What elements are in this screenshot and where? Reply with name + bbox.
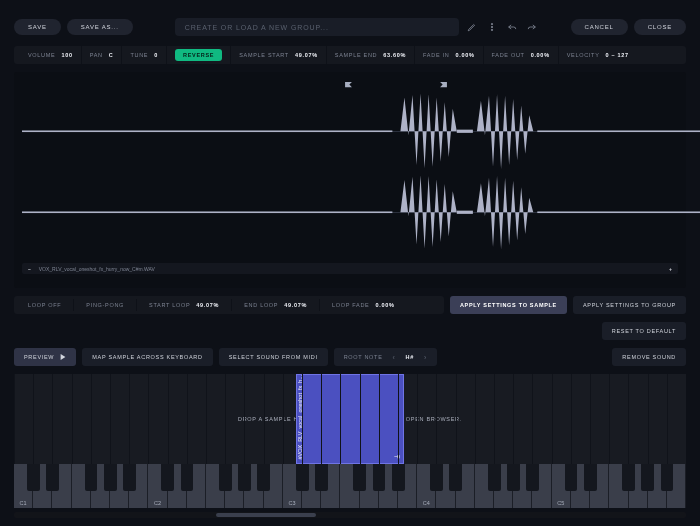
param-tune[interactable]: TUNE0 — [122, 46, 167, 64]
end-flag[interactable] — [439, 82, 448, 95]
waveform-display[interactable]: – VOX_RLV_vocal_oneshot_fx_hurry_now_C#m… — [14, 72, 686, 288]
more-icon[interactable] — [485, 20, 499, 34]
preview-button[interactable]: PREVIEW — [14, 348, 76, 366]
svg-marker-10 — [400, 175, 456, 248]
loop-off-button[interactable]: LOOP OFF — [22, 296, 67, 314]
sample-block[interactable]: #VOX_RLV_vocal_oneshot_fx_h... ⇥ — [296, 374, 404, 464]
param-sample-start[interactable]: SAMPLE START49.07% — [231, 46, 327, 64]
black-key[interactable] — [392, 464, 405, 491]
chevron-left-icon[interactable]: ‹ — [393, 354, 396, 361]
black-key[interactable] — [238, 464, 251, 491]
apply-to-group-button[interactable]: APPLY SETTINGS TO GROUP — [573, 296, 686, 314]
svg-marker-5 — [400, 93, 456, 168]
svg-rect-8 — [22, 211, 392, 213]
play-icon — [60, 354, 66, 360]
black-key[interactable] — [296, 464, 309, 491]
black-key[interactable] — [353, 464, 366, 491]
octave-label: C4 — [423, 500, 430, 506]
waveform-filename: VOX_RLV_vocal_oneshot_fx_hurry_now_C#m.W… — [39, 266, 155, 272]
redo-icon[interactable] — [525, 20, 539, 34]
zoom-out-icon[interactable]: – — [28, 266, 31, 272]
map-keyboard-button[interactable]: MAP SAMPLE ACROSS KEYBOARD — [82, 348, 212, 366]
param-sample-end[interactable]: SAMPLE END63.60% — [327, 46, 415, 64]
octave-label: C2 — [154, 500, 161, 506]
piano-keys[interactable]: C1C2C3C4C5 — [14, 464, 686, 508]
sample-drop-zone[interactable]: DROP A SAMPLE HERE OR PRESS RIGHT CLICK … — [14, 374, 686, 464]
end-loop-param[interactable]: END LOOP49.07% — [238, 296, 313, 314]
black-key[interactable] — [430, 464, 443, 491]
black-key[interactable] — [565, 464, 578, 491]
group-search-input[interactable]: CREATE OR LOAD A NEW GROUP... — [175, 18, 459, 36]
black-key[interactable] — [507, 464, 520, 491]
black-key[interactable] — [46, 464, 59, 491]
black-key[interactable] — [449, 464, 462, 491]
parameter-bar: VOLUME100 PANC TUNE0 REVERSE SAMPLE STAR… — [14, 46, 686, 64]
select-midi-button[interactable]: SELECT SOUND FROM MIDI — [219, 348, 328, 366]
save-button[interactable]: SAVE — [14, 19, 61, 35]
wave-channel-right — [22, 172, 700, 253]
svg-rect-4 — [537, 130, 700, 132]
chevron-right-icon[interactable]: › — [424, 354, 427, 361]
param-reverse[interactable]: REVERSE — [167, 46, 231, 64]
svg-point-2 — [491, 29, 492, 30]
start-flag[interactable] — [344, 82, 353, 95]
svg-marker-12 — [477, 176, 533, 249]
black-key[interactable] — [257, 464, 270, 491]
svg-point-0 — [491, 23, 492, 24]
scrollbar-thumb[interactable] — [216, 513, 317, 517]
svg-rect-6 — [457, 130, 473, 133]
black-key[interactable] — [85, 464, 98, 491]
black-key[interactable] — [373, 464, 386, 491]
loop-fade-param[interactable]: LOOP FADE0.00% — [326, 296, 401, 314]
svg-point-1 — [491, 26, 492, 27]
keyboard-mapper: DROP A SAMPLE HERE OR PRESS RIGHT CLICK … — [14, 374, 686, 518]
edit-icon[interactable] — [465, 20, 479, 34]
start-loop-param[interactable]: START LOOP49.07% — [143, 296, 225, 314]
zoom-in-icon[interactable]: + — [669, 266, 672, 272]
ping-pong-button[interactable]: PING-PONG — [80, 296, 130, 314]
file-strip: – VOX_RLV_vocal_oneshot_fx_hurry_now_C#m… — [22, 263, 678, 274]
param-volume[interactable]: VOLUME100 — [20, 46, 82, 64]
black-key[interactable] — [526, 464, 539, 491]
black-key[interactable] — [181, 464, 194, 491]
black-key[interactable] — [661, 464, 674, 491]
keyboard-scrollbar[interactable] — [14, 512, 686, 518]
param-pan[interactable]: PANC — [82, 46, 123, 64]
root-note-stepper[interactable]: ROOT NOTE ‹ H# › — [334, 348, 437, 366]
black-key[interactable] — [104, 464, 117, 491]
reset-to-default-button[interactable]: RESET TO DEFAULT — [602, 322, 686, 340]
remove-sound-button[interactable]: REMOVE SOUND — [612, 348, 686, 366]
black-key[interactable] — [315, 464, 328, 491]
octave-label: C1 — [20, 500, 27, 506]
cancel-button[interactable]: CANCEL — [571, 19, 628, 35]
svg-marker-7 — [477, 94, 533, 169]
apply-to-sample-button[interactable]: APPLY SETTINGS TO SAMPLE — [450, 296, 567, 314]
param-fade-in[interactable]: FADE IN0.00% — [415, 46, 483, 64]
param-velocity[interactable]: VELOCITY0 – 127 — [559, 46, 637, 64]
octave-label: C5 — [557, 500, 564, 506]
wave-channel-left — [22, 91, 700, 172]
black-key[interactable] — [584, 464, 597, 491]
svg-rect-9 — [537, 211, 700, 213]
close-button[interactable]: CLOSE — [634, 19, 686, 35]
svg-rect-3 — [22, 130, 392, 132]
search-placeholder: CREATE OR LOAD A NEW GROUP... — [185, 24, 329, 31]
svg-rect-11 — [457, 210, 473, 213]
undo-icon[interactable] — [505, 20, 519, 34]
param-fade-out[interactable]: FADE OUT0.00% — [484, 46, 559, 64]
black-key[interactable] — [219, 464, 232, 491]
octave-label: C3 — [288, 500, 295, 506]
black-key[interactable] — [622, 464, 635, 491]
black-key[interactable] — [161, 464, 174, 491]
black-key[interactable] — [123, 464, 136, 491]
save-as-button[interactable]: SAVE AS... — [67, 19, 133, 35]
black-key[interactable] — [27, 464, 40, 491]
black-key[interactable] — [641, 464, 654, 491]
black-key[interactable] — [488, 464, 501, 491]
